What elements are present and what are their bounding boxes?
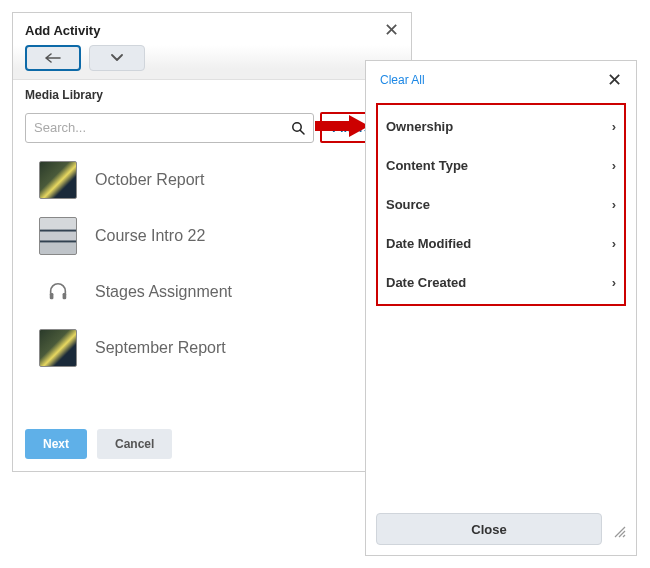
chevron-down-icon xyxy=(111,54,123,62)
search-input[interactable] xyxy=(34,120,291,135)
headphones-icon xyxy=(39,273,77,311)
close-icon[interactable]: ✕ xyxy=(384,21,399,39)
cancel-button[interactable]: Cancel xyxy=(97,429,172,459)
add-activity-dialog: Add Activity ✕ Media Library Filters Oct… xyxy=(12,12,412,472)
footer-row: Next Cancel xyxy=(25,429,172,459)
filter-label: Ownership xyxy=(386,119,453,134)
list-item[interactable]: September Report xyxy=(25,321,399,377)
filters-panel: Clear All ✕ Ownership › Content Type › S… xyxy=(365,60,637,556)
nav-row xyxy=(13,45,411,80)
dialog-title: Add Activity xyxy=(25,23,100,38)
close-button[interactable]: Close xyxy=(376,513,602,545)
chevron-right-icon: › xyxy=(612,158,616,173)
thumbnail-icon xyxy=(39,217,77,255)
media-title: September Report xyxy=(95,339,226,357)
svg-rect-3 xyxy=(63,293,67,299)
chevron-right-icon: › xyxy=(612,119,616,134)
filter-label: Content Type xyxy=(386,158,468,173)
svg-line-6 xyxy=(623,535,625,537)
media-list: October Report Course Intro 22 Stages As… xyxy=(13,153,411,377)
filter-label: Source xyxy=(386,197,430,212)
chevron-right-icon: › xyxy=(612,275,616,290)
next-button[interactable]: Next xyxy=(25,429,87,459)
section-label: Media Library xyxy=(13,80,411,106)
search-wrap xyxy=(25,113,314,143)
back-button[interactable] xyxy=(25,45,81,71)
media-title: Course Intro 22 xyxy=(95,227,205,245)
filter-option-content-type[interactable]: Content Type › xyxy=(378,146,624,185)
chevron-right-icon: › xyxy=(612,197,616,212)
filter-option-date-created[interactable]: Date Created › xyxy=(378,263,624,302)
list-item[interactable]: October Report xyxy=(25,153,399,209)
close-icon[interactable]: ✕ xyxy=(607,71,622,89)
svg-rect-2 xyxy=(50,293,54,299)
thumbnail-icon xyxy=(39,329,77,367)
dropdown-toggle[interactable] xyxy=(89,45,145,71)
filter-option-ownership[interactable]: Ownership › xyxy=(378,107,624,146)
resize-grip-icon[interactable] xyxy=(608,520,626,538)
list-item[interactable]: Course Intro 22 xyxy=(25,209,399,265)
media-title: October Report xyxy=(95,171,204,189)
filter-option-source[interactable]: Source › xyxy=(378,185,624,224)
arrow-left-icon xyxy=(45,53,61,63)
filter-label: Date Modified xyxy=(386,236,471,251)
list-item[interactable]: Stages Assignment xyxy=(25,265,399,321)
filter-options-highlight: Ownership › Content Type › Source › Date… xyxy=(376,103,626,306)
search-icon[interactable] xyxy=(291,121,305,135)
media-title: Stages Assignment xyxy=(95,283,232,301)
chevron-right-icon: › xyxy=(612,236,616,251)
thumbnail-icon xyxy=(39,161,77,199)
filter-label: Date Created xyxy=(386,275,466,290)
filter-option-date-modified[interactable]: Date Modified › xyxy=(378,224,624,263)
clear-all-link[interactable]: Clear All xyxy=(380,73,425,87)
svg-line-1 xyxy=(300,130,304,134)
